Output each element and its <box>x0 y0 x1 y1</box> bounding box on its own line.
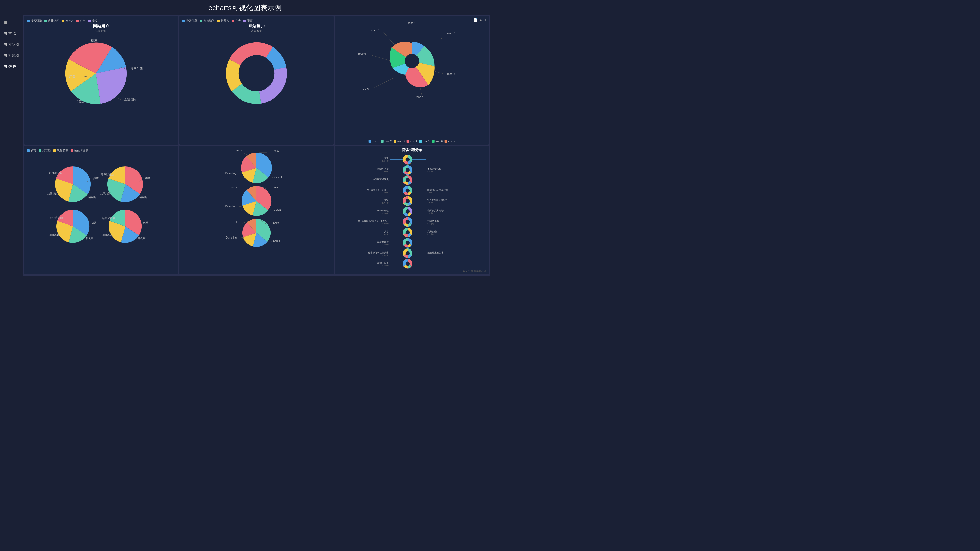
rose-container: rose 1 rose 2 rose 3 rose 4 rose 5 rose … <box>338 19 486 103</box>
br-label-sheyang: 沈阳鸡架 <box>102 233 112 237</box>
page-title: echarts可视化图表示例 <box>0 0 490 15</box>
p4-t-dumpling: Dumpling <box>225 172 236 175</box>
svg-text:2.2 小时: 2.2 小时 <box>428 223 434 225</box>
svg-text:1.3 小时: 1.3 小时 <box>382 223 389 225</box>
watermark: CSDN @李昊哲小课 <box>463 269 487 273</box>
svg-text:俞军产品方法论: 俞军产品方法论 <box>428 210 444 212</box>
svg-text:克莱因壶: 克莱因壶 <box>428 230 437 233</box>
bar-icon: ⊞ <box>3 42 7 47</box>
chart-card-pie3: 奶茶 格瓦斯 沈阳鸡架 哈尔滨红肠 奶茶 格瓦斯 沈阳鸡架 <box>24 146 178 275</box>
svg-text:1 小时: 1 小时 <box>428 191 433 194</box>
svg-text:加德纳艺术通史: 加德纳艺术通史 <box>373 178 389 181</box>
svg-line-21 <box>242 152 248 155</box>
p4-b-dumpling: Dumpling <box>226 236 237 239</box>
tr-label-sheyang: 沈阳鸡架 <box>100 192 110 195</box>
bl-label-sheyang: 沈阳鸡架 <box>49 233 59 237</box>
refresh-icon[interactable]: ↻ <box>479 18 483 22</box>
download-icon[interactable]: ↓ <box>485 18 487 22</box>
content-area: 搜索引擎 直接访问 推荐人 广告 视频 网站用户 访问数据 <box>23 15 490 275</box>
doc-icon[interactable]: 📄 <box>473 18 477 22</box>
sidebar-item-line[interactable]: ⊞ 折线图 <box>0 50 23 61</box>
svg-point-40 <box>406 168 410 172</box>
svg-text:银河帝国5：迈向基地: 银河帝国5：迈向基地 <box>427 199 447 201</box>
svg-text:投资最重要的事: 投资最重要的事 <box>427 251 444 254</box>
menu-icon[interactable]: ≡ <box>0 17 11 28</box>
label-ad: 广告 <box>69 75 75 78</box>
svg-point-49 <box>406 189 410 192</box>
chart-card-pie1: 搜索引擎 直接访问 推荐人 广告 视频 网站用户 访问数据 <box>24 16 178 144</box>
pie1-legend: 搜索引擎 直接访问 推荐人 广告 视频 <box>27 19 175 23</box>
book-dist-svg: 其它 3.8 小时 表象与本质 0.5 小时 <box>338 153 486 270</box>
rose-toolbar: 📄 ↻ ↓ <box>473 18 487 22</box>
pie1-svg: 搜索引擎 直接访问 推荐人 广告 视频 <box>55 34 147 110</box>
svg-text:0.8 小时: 0.8 小时 <box>382 191 389 194</box>
br-label-naicha: 奶茶 <box>143 221 148 224</box>
tl-label-harbin: 哈尔滨红肠 <box>49 171 62 175</box>
svg-point-5 <box>405 54 419 68</box>
chart-card-rose: 📄 ↻ ↓ <box>334 16 489 144</box>
pie4-svg: Biscuit Cake Cereal Dumpling <box>208 149 305 248</box>
label-search: 搜索引擎 <box>130 67 143 70</box>
svg-line-31 <box>269 241 272 241</box>
sidebar-item-pie-label: 饼 图 <box>8 64 17 69</box>
pie2-subtitle: 访问数据 <box>183 29 331 33</box>
svg-line-23 <box>270 177 273 178</box>
sidebar-item-bar[interactable]: ⊞ 柱状图 <box>0 39 23 50</box>
svg-line-1 <box>115 97 121 100</box>
label-direct: 直接访问 <box>124 97 136 101</box>
svg-line-11 <box>371 55 391 61</box>
line-icon: ⊞ <box>3 53 7 58</box>
rose-legend: rose 1 rose 2 rose 3 rose 4 rose 5 rose … <box>368 140 455 143</box>
tr-label-gewasi: 格瓦斯 <box>139 196 147 199</box>
label-referral: 推荐人 <box>76 100 85 103</box>
svg-text:艺术的逃离: 艺术的逃离 <box>428 220 439 222</box>
svg-line-10 <box>374 78 394 88</box>
svg-line-12 <box>383 32 395 46</box>
svg-text:1.7 小时: 1.7 小时 <box>382 265 389 267</box>
p4-t-cereal: Cereal <box>274 176 282 179</box>
chart-card-pie4: Biscuit Cake Cereal Dumpling <box>180 146 334 275</box>
svg-line-24 <box>239 172 242 173</box>
bl-label-naicha: 奶茶 <box>91 221 97 224</box>
svg-point-67 <box>406 220 410 224</box>
br-label-gewasi: 格瓦斯 <box>138 237 146 240</box>
svg-text:简读中国史: 简读中国史 <box>377 262 389 264</box>
sidebar-item-pie[interactable]: ⊞ 饼 图 <box>0 61 23 72</box>
svg-text:圣彼得堡来客: 圣彼得堡来客 <box>428 168 441 170</box>
svg-text:史记精注全译（全6册）: 史记精注全译（全6册） <box>367 189 389 191</box>
svg-point-4 <box>242 59 271 88</box>
sidebar-item-bar-label: 柱状图 <box>8 42 19 47</box>
bl-label-harbin: 哈尔滨红肠 <box>50 216 63 219</box>
svg-text:其它: 其它 <box>384 157 389 160</box>
pie3-svg: 奶茶 格瓦斯 沈阳鸡架 哈尔滨红肠 <box>44 154 159 248</box>
br-label-harbin: 哈尔滨红肠 <box>102 217 115 220</box>
svg-point-88 <box>406 262 410 266</box>
svg-text:你当像飞鸟往你的山: 你当像飞鸟往你的山 <box>368 251 389 254</box>
svg-text:陀思妥耶夫斯基全集: 陀思妥耶夫斯基全集 <box>428 189 448 191</box>
tl-label-naicha: 奶茶 <box>94 177 99 179</box>
svg-point-79 <box>406 241 410 245</box>
svg-line-7 <box>430 35 445 49</box>
svg-text:表象与本质: 表象与本质 <box>377 168 389 170</box>
svg-text:5.7 小时: 5.7 小时 <box>382 202 389 204</box>
svg-text:其它: 其它 <box>384 230 389 233</box>
svg-point-45 <box>406 178 410 182</box>
svg-text:0.5 小时: 0.5 小时 <box>382 170 389 173</box>
svg-text:3.8 小时: 3.8 小时 <box>428 201 434 203</box>
svg-point-36 <box>406 157 410 162</box>
svg-text:2.3 小时: 2.3 小时 <box>428 212 434 214</box>
rose-label-5: rose 5 <box>361 88 369 91</box>
rose-label-4: rose 4 <box>415 95 423 98</box>
pie2-container <box>183 34 331 110</box>
svg-text:第一次世界大战回忆录（全五卷）: 第一次世界大战回忆录（全五卷） <box>358 220 389 222</box>
sidebar-item-home-label: 首 页 <box>8 32 17 36</box>
svg-point-83 <box>406 251 410 256</box>
pie1-title: 网站用户 <box>27 24 175 29</box>
chart-card-book: 阅读书籍分布 其它 3.8 小时 表象与本质 0.5 小时 <box>334 146 489 275</box>
pie3-legend: 奶茶 格瓦斯 沈阳鸡架 哈尔滨红肠 <box>27 149 175 152</box>
pie2-legend: 搜索引擎 直接访问 推荐人 广告 视频 <box>183 19 331 23</box>
home-icon: ⊞ <box>3 31 7 36</box>
svg-text:1.2 小时: 1.2 小时 <box>382 212 389 214</box>
sidebar-item-home[interactable]: ⊞ 首 页 <box>0 28 23 39</box>
pie1-subtitle: 访问数据 <box>27 29 175 33</box>
